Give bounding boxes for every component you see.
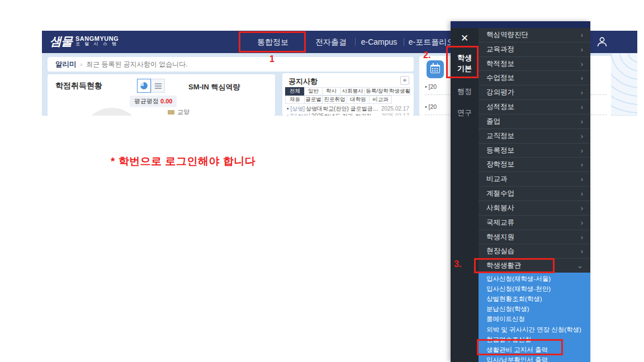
sidebar-menu: 핵심역량진단› 교육과정› 학적정보› 수업정보› 강의평가› 성적정보› 졸업… [479,28,590,273]
chevron-right-icon: › [581,31,583,39]
menu-item-student-support[interactable]: 학생지원› [479,230,590,245]
submenu-merit-demerit-inquiry[interactable]: 상벌현황조회(학생) [479,294,590,304]
alert-title: 알리미 [55,60,77,69]
chevron-right-icon: › [581,160,583,169]
tab-extracurricular[interactable]: 비교과 [369,96,392,104]
submenu-dorm-fee-bill-print[interactable]: 생활관비 고지서 출력 [479,345,590,355]
tab-all[interactable]: 전체 [285,87,305,96]
pie-view-button[interactable] [137,79,151,93]
menu-item-graduation[interactable]: 졸업› [479,115,590,129]
sidebar-menu-panel: ✕ 학생 기본 행정 연구 핵심역량진단› 교육과정› 학적정보› 수업정보› … [451,21,590,362]
notice-tabs-row2: 채용 글로벌 진로취업 대학원 비교과 [286,96,410,104]
tab-global[interactable]: 글로벌 [304,96,323,104]
menu-item-registration-info[interactable]: 등록정보› [479,144,590,158]
notice-item[interactable]: • [대학원] 2025학년도 전과 합격자 확정(학과)... 2025.02… [287,112,409,116]
annotation-label-2: 2. [423,50,430,60]
tab-volunteer[interactable]: 사회봉사 [340,87,365,96]
tab-empty [391,96,410,104]
chart-legend: 교양 [168,108,190,116]
tab-student-life[interactable]: 학생생활 [389,87,410,96]
user-profile-icon[interactable] [595,35,609,49]
menu-item-teaching-info[interactable]: 교직정보› [479,129,590,144]
nav-integrated-info[interactable]: 통합정보 [257,31,288,53]
background-watermark [611,54,637,115]
legend-label: 교양 [177,108,190,116]
chevron-right-icon: › [581,189,583,198]
rail-item-research[interactable]: 연구 [451,107,479,118]
submenu-move-in-cheonan[interactable]: 입사신청(재학생-천안) [479,284,590,294]
nav-separator [355,38,356,46]
menu-item-academic-records[interactable]: 학적정보› [479,57,590,72]
tab-academic[interactable]: 학사 [322,87,340,96]
chevron-right-icon: › [581,103,583,111]
calendar-button[interactable] [427,60,444,78]
legend-swatch [168,110,174,115]
pie-chart-icon [140,82,148,89]
chevron-right-icon: › [581,117,583,126]
menu-item-class-info[interactable]: 수업정보› [479,71,590,85]
notice-tabs-row1: 전체 일반 학사 사회봉사 등록/장학 학생생활 [286,87,410,96]
tab-career[interactable]: 진로취업 [322,96,347,104]
alert-bar: 알리미 › 최근 등록된 공지사항이 없습니다. [48,57,414,72]
rail-item-administration[interactable]: 행정 [451,86,479,97]
tab-general[interactable]: 일반 [304,87,323,96]
logo-text: SANGMYUNG 포 털 시 스 템 [75,36,119,47]
menu-item-dormitory[interactable]: 학생생활관⌄ [479,259,590,273]
credits-card: 학점취득현황 평균평점 0.00 교양 SM-IN 핵심역량 [48,74,275,116]
menu-item-volunteer[interactable]: 사회봉사› [479,201,590,216]
menu-item-grades[interactable]: 성적정보› [479,100,590,115]
chevron-right-icon: › [581,233,583,241]
menu-item-lecture-evaluation[interactable]: 강의평가› [479,85,590,100]
credits-donut-chart [81,108,143,116]
tab-grad-school[interactable]: 대학원 [347,96,370,104]
chevron-down-icon: ⌄ [577,261,583,270]
rail-item-student-basic[interactable]: 학생 기본 [451,53,479,74]
chevron-right-icon: › [581,175,583,183]
tab-recruit[interactable]: 채용 [285,96,305,104]
gpa-chip: 평균평점 0.00 [130,96,177,107]
chevron-right-icon: › [581,247,583,255]
login-note: * 학번으로 로그인해야 합니다 [111,154,255,169]
notices-title: 공지사항 [288,77,318,87]
menu-item-international-exchange[interactable]: 국제교류› [479,216,590,230]
submenu-cash-receipt[interactable]: 현금영수증신청 [479,335,590,345]
chevron-right-icon: › [581,74,583,82]
chevron-right-icon: › [581,218,583,227]
annotation-label-1: 1 [269,54,274,64]
notice-item[interactable]: • [상명] 상명대학교(천안) 글로벌금융경영학부... 2025.02.17 [287,105,409,112]
screen: 샘물 SANGMYUNG 포 털 시 스 템 통합정보 전자출결 e-Campu… [0,0,644,362]
chevron-right-icon: › [581,146,583,155]
chevron-right-icon: › [581,45,583,54]
sidebar-rail: ✕ 학생 기본 행정 연구 [451,28,479,362]
chart-view-toggles [137,79,165,93]
menu-item-scholarship-info[interactable]: 장학정보› [479,158,590,172]
nav-e-campus[interactable]: e-Campus [361,31,397,53]
chevron-right-icon: › [581,204,583,212]
close-icon[interactable]: ✕ [451,32,479,44]
menu-item-curriculum[interactable]: 교육과정› [479,42,590,57]
submenu-move-in-payment-certificate[interactable]: 입사/납부확인서 출력 [479,355,590,362]
menu-item-core-competency[interactable]: 핵심역량진단› [479,28,590,42]
menu-item-seasonal-semester[interactable]: 계절수업› [479,187,590,201]
annotation-label-3: 3. [454,259,461,269]
add-notice-button[interactable]: + [400,76,409,85]
submenu-roommate-application[interactable]: 룸메이트신청 [479,315,590,325]
submenu-move-in-seoul[interactable]: 입사신청(재학생-서울) [479,274,590,284]
submenu-overnight-extension[interactable]: 외박 및 귀사시간 연장 신청(학생) [479,325,590,335]
list-view-button[interactable] [151,79,165,93]
chevron-right-icon: › [581,88,583,97]
nav-e-portfolio[interactable]: e-포트폴리오 [409,31,454,53]
dormitory-submenu: 입사신청(재학생-서울) 입사신청(재학생-천안) 상벌현황조회(학생) 분납신… [479,273,590,362]
nav-e-attendance[interactable]: 전자출결 [315,31,347,53]
portal-logo[interactable]: 샘물 SANGMYUNG 포 털 시 스 템 [50,34,119,49]
notices-card: 공지사항 + 전체 일반 학사 사회봉사 등록/장학 학생생활 채용 글로벌 진… [282,73,414,116]
tab-registration-scholarship[interactable]: 등록/장학 [364,87,390,96]
nav-separator [305,38,305,46]
menu-item-extracurricular[interactable]: 비교과› [479,172,590,187]
core-competency-title: SM-IN 핵심역량 [188,82,240,92]
menu-item-field-practice[interactable]: 현장실습› [479,244,590,259]
submenu-installment-application[interactable]: 분납신청(학생) [479,304,590,315]
credits-title: 학점취득현황 [55,81,102,91]
chevron-right-icon: › [581,132,583,140]
bullet-icon: • [287,113,289,116]
